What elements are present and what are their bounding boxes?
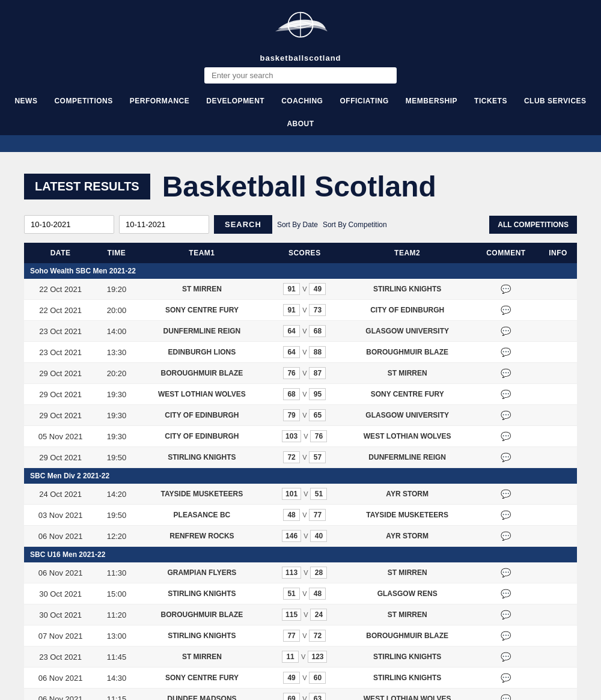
col-header-team2: TEAM2 <box>341 243 472 263</box>
comment-icon[interactable]: 💬 <box>501 631 511 641</box>
cell-info <box>539 689 577 701</box>
score2: 95 <box>309 388 326 400</box>
cell-comment: 💬 <box>473 321 539 342</box>
date-from-input[interactable] <box>24 215 114 234</box>
sort-links: Sort By Date Sort By Competition <box>277 221 387 229</box>
logo-area: basketballscotland <box>0 9 601 62</box>
score2: 40 <box>310 530 327 542</box>
cell-scores: 79V65 <box>267 405 341 426</box>
cell-team1: STIRLING KNIGHTS <box>136 447 267 468</box>
comment-icon[interactable]: 💬 <box>501 610 511 619</box>
date-to-input[interactable] <box>119 215 209 234</box>
table-row: 29 Oct 202119:30WEST LOTHIAN WOLVES68V95… <box>24 384 577 405</box>
cell-date: 23 Oct 2021 <box>24 342 97 363</box>
cell-date: 24 Oct 2021 <box>24 484 97 505</box>
score1: 48 <box>283 509 300 521</box>
score1: 91 <box>283 304 300 316</box>
nav-item-about: ABOUT <box>278 112 322 135</box>
comment-icon[interactable]: 💬 <box>501 368 511 378</box>
cell-time: 19:30 <box>97 426 136 447</box>
cell-team1: BOROUGHMUIR BLAZE <box>136 363 267 384</box>
comment-icon[interactable]: 💬 <box>501 531 511 541</box>
cell-info <box>539 583 577 604</box>
vs-text: V <box>301 412 308 419</box>
nav-link-tickets[interactable]: TICKETS <box>466 90 516 112</box>
cell-team2: STIRLING KNIGHTS <box>341 279 472 300</box>
nav-item-coaching: COACHING <box>273 90 331 112</box>
comment-icon[interactable]: 💬 <box>501 510 511 520</box>
cell-info <box>539 426 577 447</box>
vs-text: V <box>301 348 308 356</box>
comment-icon[interactable]: 💬 <box>501 326 511 336</box>
cell-time: 12:20 <box>97 526 136 547</box>
table-row: 07 Nov 202113:00STIRLING KNIGHTS77V72BOR… <box>24 625 577 647</box>
comment-icon[interactable]: 💬 <box>501 431 511 441</box>
comment-icon[interactable]: 💬 <box>501 347 511 357</box>
cell-comment: 💬 <box>473 604 539 625</box>
cell-date: 22 Oct 2021 <box>24 279 97 300</box>
nav-link-performance[interactable]: PERFORMANCE <box>121 90 198 112</box>
comment-icon[interactable]: 💬 <box>501 673 511 683</box>
comment-icon[interactable]: 💬 <box>501 389 511 399</box>
vs-text: V <box>301 285 308 293</box>
header-search-area[interactable] <box>204 67 397 84</box>
nav-link-development[interactable]: DEVELOPMENT <box>198 90 273 112</box>
score1: 64 <box>283 325 300 337</box>
cell-scores: 101V51 <box>267 484 341 505</box>
cell-comment: 💬 <box>473 668 539 689</box>
table-row: 30 Oct 202111:20BOROUGHMUIR BLAZE115V24S… <box>24 604 577 625</box>
cell-time: 11:45 <box>97 647 136 668</box>
search-input[interactable] <box>204 67 397 84</box>
score2: 48 <box>309 588 326 600</box>
comment-icon[interactable]: 💬 <box>501 305 511 315</box>
score1: 64 <box>283 346 300 358</box>
comment-icon[interactable]: 💬 <box>501 489 511 499</box>
table-row: 29 Oct 202119:30CITY OF EDINBURGH79V65GL… <box>24 405 577 426</box>
score2: 49 <box>309 283 326 295</box>
cell-comment: 💬 <box>473 689 539 701</box>
nav-link-competitions[interactable]: COMPETITIONS <box>46 90 121 112</box>
comment-icon[interactable]: 💬 <box>501 652 511 662</box>
cell-team1: ST MIRREN <box>136 647 267 668</box>
cell-scores: 11V123 <box>267 647 341 668</box>
comment-icon[interactable]: 💬 <box>501 589 511 598</box>
cell-info <box>539 505 577 526</box>
comment-icon[interactable]: 💬 <box>501 694 511 700</box>
comment-icon[interactable]: 💬 <box>501 452 511 462</box>
all-competitions-button[interactable]: ALL COMPETITIONS <box>489 216 577 234</box>
score2: 72 <box>309 630 326 642</box>
cell-comment: 💬 <box>473 647 539 668</box>
cell-comment: 💬 <box>473 279 539 300</box>
sort-by-date-link[interactable]: Sort By Date <box>277 221 318 229</box>
comment-icon[interactable]: 💬 <box>501 410 511 420</box>
cell-team2: CITY OF EDINBURGH <box>341 300 472 321</box>
nav-link-about[interactable]: ABOUT <box>278 112 322 135</box>
vs-text: V <box>301 511 308 519</box>
cell-scores: 51V48 <box>267 583 341 604</box>
nav-link-membership[interactable]: MEMBERSHIP <box>397 90 466 112</box>
sort-by-competition-link[interactable]: Sort By Competition <box>323 221 387 229</box>
cell-team2: WEST LOTHIAN WOLVES <box>341 426 472 447</box>
nav-link-coaching[interactable]: COACHING <box>273 90 331 112</box>
nav-link-officiating[interactable]: OFFICIATING <box>331 90 397 112</box>
comment-icon[interactable]: 💬 <box>501 568 511 577</box>
cell-team2: ST MIRREN <box>341 363 472 384</box>
cell-comment: 💬 <box>473 363 539 384</box>
cell-team2: SONY CENTRE FURY <box>341 384 472 405</box>
cell-time: 11:20 <box>97 604 136 625</box>
score2: 28 <box>310 567 327 579</box>
score2: 88 <box>309 346 326 358</box>
cell-info <box>539 342 577 363</box>
cell-date: 22 Oct 2021 <box>24 300 97 321</box>
nav-link-club-services[interactable]: CLUB SERVICES <box>516 90 595 112</box>
cell-team2: WEST LOTHIAN WOLVES <box>341 689 472 701</box>
nav-link-news[interactable]: NEWS <box>6 90 46 112</box>
search-button[interactable]: SEARCH <box>214 215 272 234</box>
col-header-scores: SCORES <box>267 243 341 263</box>
cell-team1: STIRLING KNIGHTS <box>136 583 267 604</box>
cell-time: 19:50 <box>97 505 136 526</box>
cell-time: 11:15 <box>97 689 136 701</box>
comment-icon[interactable]: 💬 <box>501 284 511 294</box>
section-title: Soho Wealth SBC Men 2021-22 <box>24 263 577 279</box>
cell-date: 07 Nov 2021 <box>24 625 97 647</box>
